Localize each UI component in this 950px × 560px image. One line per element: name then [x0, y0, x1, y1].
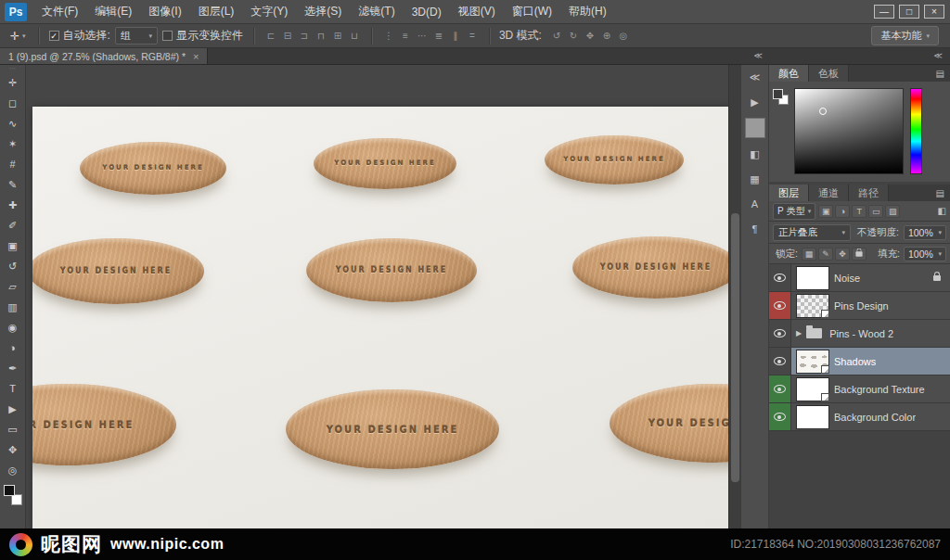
brush-tool[interactable]: ✐ — [4, 216, 22, 235]
menu-help[interactable]: 帮助(H) — [560, 0, 615, 23]
align-vertical-centers-icon[interactable]: ⊞ — [330, 29, 345, 44]
menu-filter[interactable]: 滤镜(T) — [350, 0, 403, 23]
opacity-value-dropdown[interactable]: 100% ▾ — [904, 225, 946, 240]
menu-type[interactable]: 文字(Y) — [242, 0, 296, 23]
filter-pixel-layers-icon[interactable]: ▣ — [818, 205, 833, 218]
visibility-toggle[interactable] — [769, 403, 791, 430]
auto-select-checkbox[interactable]: ✓ 自动选择: — [49, 28, 110, 44]
menu-layer[interactable]: 图层(L) — [190, 0, 243, 23]
menu-window[interactable]: 窗口(W) — [504, 0, 560, 23]
tab-layers[interactable]: 图层 — [769, 185, 809, 201]
filter-shape-layers-icon[interactable]: ▭ — [868, 205, 883, 218]
visibility-toggle[interactable] — [769, 375, 791, 402]
rectangular-marquee-tool[interactable]: ◻ — [4, 94, 22, 112]
layer-row-background-texture[interactable]: Background Texture — [769, 375, 950, 403]
lock-transparency-icon[interactable]: ▦ — [802, 248, 816, 261]
checkbox-checked-icon[interactable]: ✓ — [49, 31, 59, 41]
color-mini-swatches[interactable] — [773, 89, 791, 108]
toolbar-grip[interactable]: ⋯ — [0, 65, 25, 72]
layer-row-pins-design[interactable]: Pins Design — [769, 292, 950, 320]
foreground-background-swatches[interactable] — [4, 485, 22, 505]
lock-image-icon[interactable]: ✎ — [818, 248, 833, 261]
menu-view[interactable]: 视图(V) — [450, 0, 504, 23]
current-tool-icon[interactable]: ✛ ▾ — [4, 30, 32, 43]
filter-type-layers-icon[interactable]: T — [852, 205, 867, 218]
lock-position-icon[interactable]: ✥ — [835, 248, 850, 261]
tab-close-icon[interactable]: × — [193, 51, 199, 62]
tab-swatches[interactable]: 色板 — [809, 65, 849, 82]
quick-selection-tool[interactable]: ✶ — [4, 134, 22, 153]
rectangle-tool[interactable]: ▭ — [4, 420, 22, 439]
info-panel-icon[interactable]: ◧ — [744, 145, 766, 163]
eraser-tool[interactable]: ▱ — [4, 277, 22, 296]
type-tool[interactable]: T — [4, 379, 22, 398]
visibility-toggle[interactable] — [769, 320, 791, 347]
history-brush-tool[interactable]: ↺ — [4, 257, 22, 275]
checkbox-icon[interactable] — [162, 31, 173, 41]
blur-tool[interactable]: ◉ — [4, 318, 22, 337]
align-left-edges-icon[interactable]: ⊏ — [263, 29, 278, 44]
3d-roll-icon[interactable]: ↻ — [566, 29, 581, 44]
healing-brush-tool[interactable]: ✚ — [4, 196, 22, 214]
paragraph-panel-icon[interactable]: ¶ — [744, 220, 766, 238]
vertical-scrollbar[interactable] — [728, 65, 740, 528]
tab-paths[interactable]: 路径 — [849, 185, 889, 201]
saturation-brightness-field[interactable] — [794, 88, 904, 174]
auto-select-scope-dropdown[interactable]: 组 ▾ — [115, 27, 158, 45]
layer-row-shadows[interactable]: Shadows — [769, 348, 950, 375]
character-panel-icon[interactable]: A — [744, 195, 766, 213]
distribute-horizontal-centers-icon[interactable]: ∥ — [448, 29, 463, 44]
menu-3d[interactable]: 3D(D) — [404, 0, 450, 23]
panel-menu-icon[interactable]: ▤ — [931, 65, 950, 82]
menu-file[interactable]: 文件(F) — [33, 0, 86, 23]
menu-edit[interactable]: 编辑(E) — [86, 0, 140, 23]
align-bottom-edges-icon[interactable]: ⊔ — [347, 29, 362, 44]
document-canvas[interactable]: YOUR DESIGN HEREYOUR DESIGN HEREYOUR DES… — [32, 107, 728, 528]
lock-all-icon[interactable] — [852, 248, 867, 261]
3d-drag-icon[interactable]: ✥ — [583, 29, 597, 44]
foreground-color-swatch[interactable] — [773, 89, 783, 99]
pen-tool[interactable]: ✒ — [4, 359, 22, 377]
visibility-toggle[interactable] — [769, 348, 791, 375]
expand-arrow-icon[interactable]: ▶ — [796, 329, 802, 337]
eyedropper-tool[interactable]: ✎ — [4, 175, 22, 194]
filter-kind-dropdown[interactable]: Ρ 类型 ▾ — [773, 203, 815, 220]
align-right-edges-icon[interactable]: ⊐ — [297, 29, 312, 44]
3d-slide-icon[interactable]: ⊕ — [599, 29, 614, 44]
panel-menu-icon[interactable]: ▤ — [931, 185, 950, 201]
foreground-color-swatch[interactable] — [4, 485, 15, 496]
maximize-button[interactable]: □ — [899, 5, 919, 19]
tab-channels[interactable]: 通道 — [809, 185, 849, 201]
layer-row-noise[interactable]: Noise — [769, 264, 950, 292]
menu-image[interactable]: 图像(I) — [140, 0, 189, 23]
collapse-dock-icon[interactable]: ≪ — [934, 51, 943, 60]
gradient-tool[interactable]: ▥ — [4, 298, 22, 316]
distribute-right-icon[interactable]: = — [465, 29, 480, 44]
collapse-panels-icon[interactable]: ≪ — [744, 68, 766, 86]
document-tab[interactable]: 1 (9).psd @ 27.5% (Shadows, RGB/8#) * × — [0, 48, 208, 64]
move-tool[interactable]: ✛ — [4, 73, 22, 92]
clone-stamp-tool[interactable]: ▣ — [4, 236, 22, 255]
filter-toggle-icon[interactable]: ◧ — [938, 206, 946, 216]
distribute-vertical-centers-icon[interactable]: ≡ — [398, 29, 413, 44]
3d-scale-icon[interactable]: ◎ — [616, 29, 631, 44]
distribute-bottom-icon[interactable]: ⋯ — [415, 29, 430, 44]
minimize-button[interactable]: — — [874, 5, 894, 19]
filter-smart-objects-icon[interactable]: ▨ — [885, 205, 900, 218]
show-transform-checkbox[interactable]: 显示变换控件 — [162, 28, 243, 44]
fill-value-dropdown[interactable]: 100% ▾ — [904, 247, 946, 261]
zoom-tool[interactable]: ◎ — [4, 461, 22, 479]
3d-rotate-icon[interactable]: ↺ — [549, 29, 564, 44]
menu-select[interactable]: 选择(S) — [296, 0, 350, 23]
layer-row-background-color[interactable]: Background Color — [769, 403, 950, 431]
path-selection-tool[interactable]: ▶ — [4, 400, 22, 418]
dodge-tool[interactable]: ◑ — [4, 338, 22, 357]
histogram-panel-icon[interactable]: ▦ — [744, 170, 766, 188]
scrollbar-thumb[interactable] — [731, 213, 739, 482]
visibility-toggle[interactable] — [769, 264, 791, 291]
hue-slider[interactable] — [910, 88, 922, 174]
actions-panel-icon[interactable]: ▶ — [744, 93, 766, 111]
crop-tool[interactable]: # — [4, 155, 22, 173]
align-horizontal-centers-icon[interactable]: ⊟ — [280, 29, 295, 44]
hand-tool[interactable]: ✥ — [4, 440, 22, 459]
